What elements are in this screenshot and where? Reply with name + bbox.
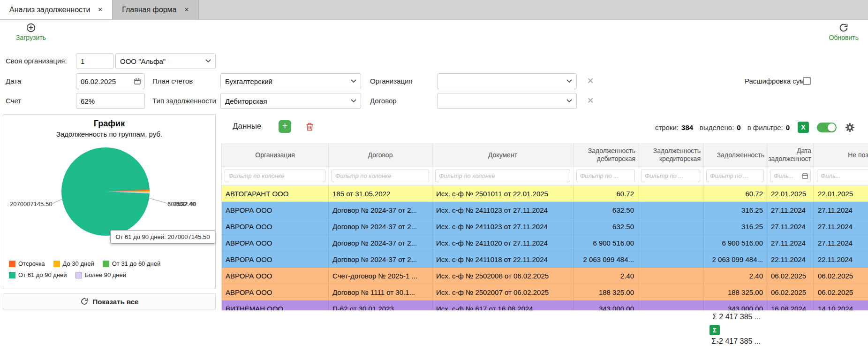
table-cell: 2 063 099 484... [574, 251, 638, 268]
organization-label: Организация [370, 73, 412, 89]
calendar-icon[interactable] [801, 172, 808, 179]
debt-type-select[interactable]: Дебиторская [220, 93, 361, 109]
column-header-6[interactable]: Задолженность [703, 143, 767, 167]
table-row[interactable]: АВРОРА ОООСчет-договор № 2025-1 ...Исх. … [222, 268, 868, 284]
table-cell: 6 900 516.00 [703, 235, 767, 251]
table-cell: 2 063 099 484... [703, 251, 767, 268]
organization-select[interactable] [437, 73, 577, 89]
add-row-button[interactable]: + [279, 120, 291, 133]
accounts-plan-select[interactable]: Бухгалтерский [220, 73, 361, 89]
tab-close-icon[interactable]: ✕ [184, 6, 189, 13]
filter-cell [814, 167, 868, 185]
grid-toolbar-right: строки:384 выделено:0 в фильтре:0 X [655, 117, 855, 137]
pie-label-right-2: 1532.40 [174, 200, 196, 208]
column-header-1[interactable]: Организация [222, 143, 329, 167]
column-header-7[interactable]: Дата задолженност [767, 143, 814, 167]
debt-type-select-value: Дебиторская [225, 97, 267, 105]
column-header-8[interactable]: Не поздне [814, 143, 868, 167]
table-cell: 06.02.2025 [814, 268, 868, 284]
calendar-icon[interactable] [134, 77, 141, 85]
grid-header-row: ОрганизацияДоговорДокументЗадолженность … [222, 143, 868, 167]
table-cell: Исх. с-ф № 617 от 16.08.2024 [432, 301, 574, 310]
legend-item[interactable]: Отсрочка [9, 260, 45, 267]
table-cell: 14.10.2024 [814, 301, 868, 310]
table-cell: 22.11.2024 [814, 251, 868, 268]
column-filter-input-4[interactable] [576, 170, 635, 182]
table-cell: ВИТНЕМАН ООО [222, 301, 329, 310]
table-cell: 343 000.00 [703, 301, 767, 310]
column-filter-input-3[interactable] [435, 170, 570, 182]
column-header-5[interactable]: Задолженность кредиторская [638, 143, 703, 167]
own-org-select[interactable]: ООО "Альфа" [115, 53, 216, 69]
table-cell: 06.02.2025 [767, 284, 814, 301]
column-header-4[interactable]: Задолженность дебиторская [574, 143, 638, 167]
table-cell: АВРОРА ООО [222, 284, 329, 301]
column-filter-input-8[interactable] [817, 170, 868, 182]
column-filter-input-1[interactable] [225, 170, 325, 182]
column-header-3[interactable]: Документ [432, 143, 574, 167]
tab-close-icon[interactable]: ✕ [98, 6, 103, 13]
table-row[interactable]: АВРОРА ОООДоговор № 2024-37 от 2...Исх. … [222, 251, 868, 268]
tab-main-form[interactable]: Главная форма ✕ [113, 0, 199, 19]
organization-clear-icon[interactable]: ✕ [587, 73, 594, 89]
contract-select[interactable] [437, 93, 577, 109]
legend-item[interactable]: Более 90 дней [75, 271, 126, 278]
legend-label: До 30 дней [63, 260, 94, 267]
refresh-button[interactable]: Обновить [829, 23, 859, 41]
column-header-2[interactable]: Договор [329, 143, 432, 167]
table-row[interactable]: АВРОРА ОООДоговор № 2024-37 от 2...Исх. … [222, 218, 868, 235]
table-cell: 185 от 31.05.2022 [329, 185, 432, 202]
table-cell: 343 000.00 [574, 301, 638, 310]
chevron-down-icon [566, 99, 572, 103]
tab-label: Главная форма [122, 6, 176, 14]
table-cell: 316.25 [703, 218, 767, 235]
date-label: Дата [6, 73, 21, 89]
table-cell: 27.11.2024 [814, 202, 868, 218]
chart-legend: ОтсрочкаДо 30 днейОт 31 до 60 днейОт 61 … [9, 260, 216, 278]
table-cell: АВРОРА ООО [222, 251, 329, 268]
legend-swatch [75, 272, 82, 278]
own-org-label: Своя организация: [6, 53, 67, 69]
table-row[interactable]: ВИТНЕМАН ОООП-62 от 30.01.2023Исх. с-ф №… [222, 301, 868, 310]
filtered-count: 0 [786, 123, 790, 131]
legend-item[interactable]: От 31 до 60 дней [103, 260, 161, 267]
legend-item[interactable]: От 61 до 90 дней [9, 271, 67, 278]
load-button-label: Загрузить [16, 34, 46, 41]
data-grid: ОрганизацияДоговорДокументЗадолженность … [221, 143, 868, 310]
column-filter-input-5[interactable] [641, 170, 700, 182]
delete-row-button[interactable] [305, 121, 315, 134]
refresh-button-label: Обновить [829, 34, 859, 41]
excel-export-icon[interactable]: X [798, 122, 809, 133]
account-input[interactable] [76, 93, 145, 109]
own-org-code-input[interactable] [76, 53, 113, 69]
settings-gear-icon[interactable] [845, 122, 855, 133]
decode-sum-checkbox[interactable] [803, 77, 811, 85]
color-toggle-switch[interactable] [817, 123, 837, 132]
filter-cell [574, 167, 638, 185]
table-row[interactable]: АВРОРА ОООДоговор № 2024-37 от 2...Исх. … [222, 235, 868, 251]
show-all-label: Показать все [93, 298, 139, 306]
table-row[interactable]: АВРОРА ОООДоговор № 1111 от 30.1...Исх. … [222, 284, 868, 301]
legend-swatch [9, 261, 15, 267]
table-cell: Договор № 2024-37 от 2... [329, 218, 432, 235]
tab-label: Анализ задолженности [9, 6, 90, 14]
column-filter-input-2[interactable] [332, 170, 429, 182]
tab-debt-analysis[interactable]: Анализ задолженности ✕ [0, 0, 113, 19]
table-row[interactable]: АВТОГАРАНТ ООО185 от 31.05.2022Исх. с-ф … [222, 185, 868, 202]
column-filter-input-6[interactable] [706, 170, 764, 182]
contract-clear-icon[interactable]: ✕ [587, 93, 594, 109]
own-org-select-value: ООО "Альфа" [120, 57, 166, 65]
filter-cell [432, 167, 574, 185]
load-button[interactable]: Загрузить [16, 23, 46, 41]
table-row[interactable]: АВРОРА ОООДоговор № 2024-37 от 2...Исх. … [222, 202, 868, 218]
debt-type-label: Тип задолженности [152, 93, 216, 109]
column-sum-line-1: Σ 2 417 385 ... [712, 313, 761, 321]
table-cell: 22.01.2025 [767, 185, 814, 202]
sum-badge-icon[interactable]: Σ [709, 325, 720, 335]
table-cell: 27.11.2024 [814, 235, 868, 251]
table-cell: Договор № 2024-37 от 2... [329, 202, 432, 218]
date-field [76, 73, 145, 89]
legend-item[interactable]: До 30 дней [53, 260, 94, 267]
pie-chart[interactable] [3, 143, 215, 244]
show-all-button[interactable]: Показать все [3, 293, 216, 309]
